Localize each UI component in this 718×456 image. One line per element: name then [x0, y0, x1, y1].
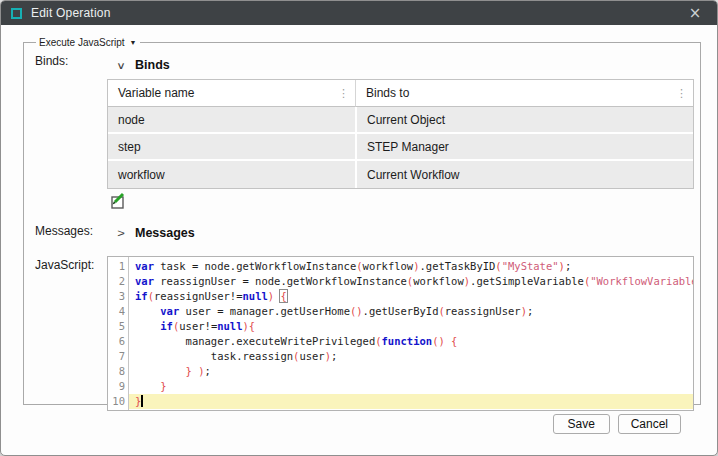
table-row[interactable]: stepSTEP Manager: [108, 134, 693, 161]
chevron-expanded-icon: ∨: [115, 60, 128, 71]
line-number: 8: [112, 364, 125, 379]
binds-section-header[interactable]: ∨ Binds: [107, 52, 696, 79]
chevron-down-icon: ▼: [130, 39, 137, 46]
titlebar[interactable]: Edit Operation ×: [1, 1, 717, 25]
messages-section-header[interactable]: > Messages: [107, 222, 696, 247]
text-caret: [141, 395, 143, 407]
code-line[interactable]: }: [129, 394, 693, 409]
column-header-label: Variable name: [118, 86, 195, 100]
line-number: 6: [112, 334, 125, 349]
table-cell: step: [108, 134, 355, 161]
messages-row: Messages: > Messages: [35, 222, 696, 247]
editor-gutter: 12345678910: [108, 257, 129, 410]
app-icon: [11, 8, 22, 19]
column-header-label: Binds to: [366, 86, 409, 100]
table-row[interactable]: nodeCurrent Object: [108, 107, 693, 134]
cancel-button[interactable]: Cancel: [618, 414, 681, 434]
code-line[interactable]: var task = node.getWorkflowInstance(work…: [129, 259, 693, 274]
edit-operation-dialog: Edit Operation × Execute JavaScript ▼ Bi…: [0, 0, 718, 456]
line-number: 3: [112, 289, 125, 304]
code-line[interactable]: if(user!=null){: [129, 319, 693, 334]
table-cell: workflow: [108, 161, 355, 188]
code-line[interactable]: var reassignUser = node.getWorkflowInsta…: [129, 274, 693, 289]
binds-table: Variable name⋮Binds to⋮ nodeCurrent Obje…: [107, 79, 694, 189]
column-menu-icon[interactable]: ⋮: [676, 87, 687, 100]
code-line[interactable]: }: [129, 379, 693, 394]
binds-label: Binds:: [35, 52, 107, 214]
messages-label: Messages:: [35, 222, 107, 247]
code-line[interactable]: if(reassignUser!=null) {: [129, 289, 693, 304]
table-cell: Current Object: [355, 107, 693, 134]
binds-section-title: Binds: [135, 58, 170, 72]
table-cell: Current Workflow: [355, 161, 693, 188]
operation-type-dropdown[interactable]: Execute JavaScript ▼: [36, 37, 140, 48]
binds-table-body: nodeCurrent ObjectstepSTEP Managerworkfl…: [108, 107, 693, 188]
code-line[interactable]: manager.executeWritePrivileged(function(…: [129, 334, 693, 349]
binds-row: Binds: ∨ Binds Variable name⋮Binds to⋮ n…: [35, 52, 696, 214]
table-cell: node: [108, 107, 355, 134]
column-menu-icon[interactable]: ⋮: [338, 87, 349, 100]
code-line[interactable]: var user = manager.getUserHome().getUser…: [129, 304, 693, 319]
operation-groupbox: Execute JavaScript ▼ Binds: ∨ Binds Vari…: [23, 37, 701, 405]
code-line[interactable]: task.reassign(user);: [129, 349, 693, 364]
line-number: 2: [112, 274, 125, 289]
table-cell: STEP Manager: [355, 134, 693, 161]
line-number: 7: [112, 349, 125, 364]
messages-section-title: Messages: [135, 226, 195, 240]
chevron-collapsed-icon: >: [115, 228, 128, 239]
line-number: 9: [112, 379, 125, 394]
save-button[interactable]: Save: [553, 414, 610, 434]
javascript-code-editor[interactable]: 12345678910 var task = node.getWorkflowI…: [107, 256, 694, 411]
code-line[interactable]: } );: [129, 364, 693, 379]
line-number: 5: [112, 319, 125, 334]
line-number: 1: [112, 259, 125, 274]
operation-type-label: Execute JavaScript: [39, 37, 125, 48]
pencil-icon: [108, 192, 126, 210]
line-number: 4: [112, 304, 125, 319]
close-icon[interactable]: ×: [681, 6, 709, 21]
javascript-label: JavaScript:: [35, 256, 107, 411]
javascript-row: JavaScript: 12345678910 var task = node.…: [35, 256, 696, 411]
editor-code[interactable]: var task = node.getWorkflowInstance(work…: [129, 257, 693, 410]
window-title: Edit Operation: [31, 6, 111, 20]
column-header[interactable]: Binds to⋮: [355, 80, 693, 107]
binds-table-header-row: Variable name⋮Binds to⋮: [108, 80, 693, 107]
column-header[interactable]: Variable name⋮: [108, 80, 355, 107]
table-row[interactable]: workflowCurrent Workflow: [108, 161, 693, 188]
dialog-body: Execute JavaScript ▼ Binds: ∨ Binds Vari…: [1, 25, 717, 434]
line-number: 10: [112, 394, 125, 409]
edit-binds-button[interactable]: [108, 192, 126, 210]
